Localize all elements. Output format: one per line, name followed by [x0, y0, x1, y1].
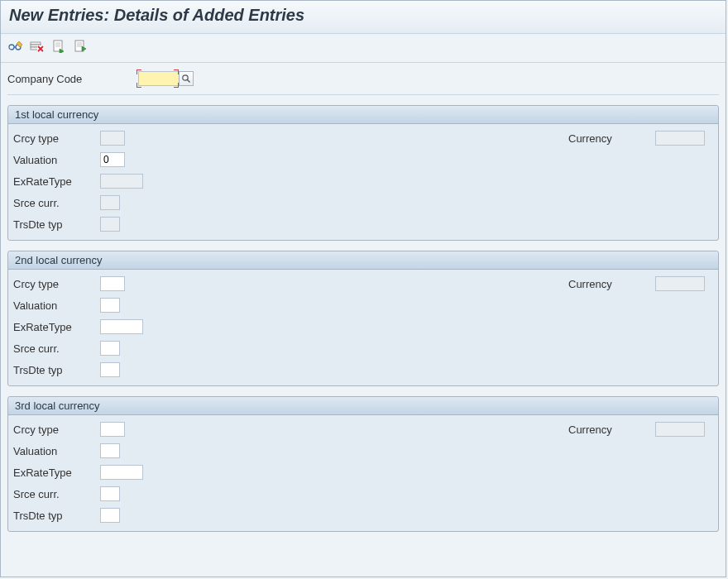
page-title: New Entries: Details of Added Entries: [9, 6, 304, 24]
currency-field-3: [655, 422, 705, 437]
currency-label-2: Currency: [568, 278, 655, 290]
exratetype-field-2[interactable]: [100, 319, 143, 334]
titlebar: New Entries: Details of Added Entries: [1, 1, 726, 34]
crcy-type-field-3[interactable]: [100, 422, 125, 437]
crcy-type-label-3: Crcy type: [13, 423, 100, 436]
group-1st-local-currency: 1st local currency Crcy type Currency Va…: [7, 105, 719, 241]
valuation-field-2[interactable]: [100, 298, 120, 313]
crcy-type-field-1: [100, 131, 125, 146]
delete-row-icon[interactable]: [29, 39, 46, 54]
group-2nd-local-currency: 2nd local currency Crcy type Currency Va…: [7, 251, 719, 386]
srce-curr-label-3: Srce curr.: [13, 488, 100, 500]
next-entry-icon[interactable]: [72, 39, 89, 54]
group-3rd-local-currency: 3rd local currency Crcy type Currency Va…: [7, 396, 719, 532]
search-icon: [181, 74, 191, 84]
srce-curr-field-1: [100, 195, 120, 210]
valuation-field-3[interactable]: [100, 443, 120, 458]
group-title-1: 1st local currency: [8, 106, 718, 124]
srce-curr-field-2[interactable]: [100, 341, 120, 356]
currency-label-1: Currency: [568, 132, 655, 145]
valuation-label-3: Valuation: [13, 445, 100, 457]
window: New Entries: Details of Added Entries: [0, 0, 726, 577]
trsdte-typ-field-2[interactable]: [100, 362, 120, 377]
company-code-search-help-button[interactable]: [179, 71, 194, 86]
trsdte-typ-label-3: TrsDte typ: [13, 510, 100, 522]
prev-entry-icon[interactable]: [50, 39, 67, 54]
crcy-type-field-2[interactable]: [100, 276, 125, 291]
exratetype-label-3: ExRateType: [13, 467, 100, 479]
svg-point-0: [9, 45, 14, 50]
company-code-row: Company Code: [1, 63, 726, 94]
trsdte-typ-field-1: [100, 217, 120, 232]
company-code-input-wrap: [138, 71, 194, 86]
exratetype-field-3[interactable]: [100, 465, 143, 480]
srce-curr-field-3[interactable]: [100, 486, 120, 501]
currency-field-1: [655, 131, 705, 146]
header-divider: [7, 94, 719, 95]
exratetype-label-1: ExRateType: [13, 175, 100, 188]
valuation-label-2: Valuation: [13, 299, 100, 312]
exratetype-field-1: [100, 174, 143, 189]
crcy-type-label-2: Crcy type: [13, 278, 100, 290]
group-title-2: 2nd local currency: [8, 251, 718, 270]
crcy-type-label-1: Crcy type: [13, 132, 100, 145]
svg-rect-2: [31, 42, 41, 45]
toolbar: [1, 34, 726, 63]
glasses-pencil-icon[interactable]: [7, 39, 24, 54]
currency-label-3: Currency: [568, 423, 655, 436]
srce-curr-label-1: Srce curr.: [13, 197, 100, 209]
group-title-3: 3rd local currency: [8, 397, 718, 415]
exratetype-label-2: ExRateType: [13, 321, 100, 333]
srce-curr-label-2: Srce curr.: [13, 342, 100, 355]
valuation-label-1: Valuation: [13, 154, 100, 166]
valuation-field-1[interactable]: [100, 152, 125, 167]
trsdte-typ-field-3[interactable]: [100, 508, 120, 523]
trsdte-typ-label-1: TrsDte typ: [13, 218, 100, 231]
trsdte-typ-label-2: TrsDte typ: [13, 364, 100, 376]
currency-field-2: [655, 276, 705, 291]
svg-point-8: [183, 75, 188, 80]
company-code-label: Company Code: [7, 73, 132, 85]
